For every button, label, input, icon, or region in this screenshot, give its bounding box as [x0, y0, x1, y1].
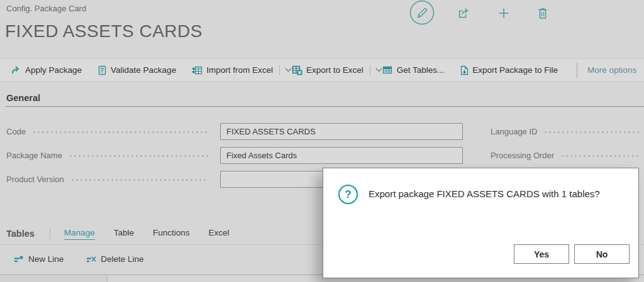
table-grid-column-divider	[107, 274, 108, 282]
product-version-field-row: Product Version	[6, 171, 215, 188]
toolbar-separator	[370, 65, 370, 75]
general-section-heading[interactable]: General	[6, 93, 40, 103]
export-file-icon	[460, 65, 469, 75]
breadcrumb[interactable]: Config. Package Card	[6, 4, 86, 13]
tab-excel[interactable]: Excel	[208, 228, 229, 239]
dotted-leader	[69, 155, 209, 157]
import-dropdown-chevron-icon[interactable]	[285, 68, 292, 72]
tab-manage[interactable]: Manage	[64, 228, 95, 240]
import-from-excel-button[interactable]: Import from Excel	[192, 65, 273, 75]
apply-arrow-icon	[11, 65, 21, 75]
delete-line-button[interactable]: Delete Line	[86, 254, 143, 264]
package-name-field-input[interactable]: Fixed Assets Cards	[220, 147, 463, 164]
toolbar-item-label: Export Package to File	[472, 65, 558, 75]
delete-icon[interactable]	[536, 6, 550, 20]
dialog-buttons: Yes No	[514, 244, 630, 264]
code-field-row: Code	[6, 123, 215, 140]
tab-table[interactable]: Table	[114, 228, 134, 239]
add-icon[interactable]	[497, 6, 511, 20]
line-action-label: Delete Line	[101, 254, 143, 264]
language-id-field-label: Language ID	[491, 127, 537, 136]
dialog-message: Export package FIXED ASSETS CARDS with 1…	[369, 188, 600, 199]
processing-order-field-label: Processing Order	[491, 151, 554, 160]
export-confirmation-dialog: ? Export package FIXED ASSETS CARDS with…	[323, 168, 639, 278]
dotted-leader	[543, 131, 639, 133]
validate-document-icon	[97, 65, 107, 75]
dotted-leader	[560, 155, 639, 157]
dotted-leader	[70, 179, 209, 181]
new-line-icon	[14, 255, 24, 264]
code-field-input[interactable]: FIXED ASSETS CARDS	[220, 123, 463, 140]
toolbar-item-label: Export to Excel	[306, 65, 364, 75]
import-excel-icon	[192, 65, 203, 75]
toolbar-separator	[279, 65, 280, 75]
export-to-excel-button[interactable]: Export to Excel	[292, 65, 364, 75]
export-package-to-file-button[interactable]: Export Package to File	[460, 65, 558, 75]
more-options-button[interactable]: More options	[587, 65, 636, 75]
language-id-field-row: Language ID	[491, 123, 644, 140]
question-icon: ?	[338, 185, 358, 204]
yes-button[interactable]: Yes	[514, 244, 569, 264]
tables-section-heading[interactable]: Tables	[6, 229, 35, 239]
get-tables-icon	[382, 65, 393, 75]
package-name-field-row: Package Name	[6, 147, 215, 164]
toolbar-item-label: Get Tables...	[397, 65, 445, 75]
new-line-button[interactable]: New Line	[14, 254, 64, 264]
export-excel-icon	[292, 65, 303, 75]
no-button[interactable]: No	[574, 244, 630, 264]
tab-functions[interactable]: Functions	[153, 228, 190, 239]
tabs-separator	[50, 228, 50, 239]
export-dropdown-chevron-icon[interactable]	[375, 68, 382, 72]
config-package-card-page: Config. Package Card FIXED ASSETS CARDS	[0, 0, 644, 282]
get-tables-button[interactable]: Get Tables...	[382, 65, 445, 75]
tables-section-header: Tables Manage Table Functions Excel	[6, 227, 248, 241]
code-field-label: Code	[6, 127, 26, 136]
header-action-bar	[409, 0, 550, 26]
toolbar-item-label: Import from Excel	[206, 65, 273, 75]
delete-line-icon	[86, 255, 96, 264]
processing-order-field-row: Processing Order	[491, 147, 644, 164]
line-actions-bar: New Line Delete Line	[14, 254, 144, 264]
line-action-label: New Line	[28, 254, 64, 264]
package-name-field-label: Package Name	[6, 151, 62, 160]
edit-icon[interactable]	[409, 0, 435, 26]
toolbar-item-label: Validate Package	[111, 65, 176, 75]
action-toolbar: Apply Package Validate Package Import fr…	[0, 58, 644, 82]
table-grid-first-column	[0, 275, 107, 282]
toolbar-separator-tall	[577, 63, 577, 78]
share-icon[interactable]	[457, 6, 470, 20]
validate-package-button[interactable]: Validate Package	[97, 65, 176, 75]
product-version-field-label: Product Version	[6, 175, 64, 184]
apply-package-button[interactable]: Apply Package	[11, 65, 82, 75]
toolbar-item-label: Apply Package	[25, 65, 82, 75]
general-section-divider	[5, 106, 644, 107]
page-title: FIXED ASSETS CARDS	[5, 21, 203, 41]
dotted-leader	[32, 131, 209, 133]
